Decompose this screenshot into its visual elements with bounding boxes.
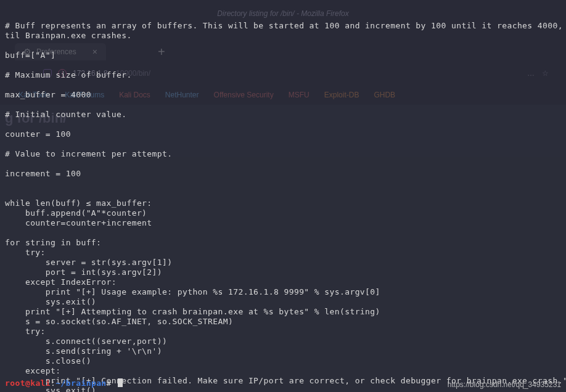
terminal-output[interactable]: # Buff represents an array of buffers. T…: [0, 0, 566, 392]
code-block: # Buff represents an array of buffers. T…: [5, 21, 561, 392]
prompt-hash: #: [107, 378, 112, 388]
cursor-icon: [118, 378, 123, 387]
shell-prompt[interactable]: root@kali:~/brainpan#: [5, 378, 123, 388]
prompt-host: kali: [30, 378, 51, 388]
prompt-at: @: [25, 378, 30, 388]
watermark: https://blog.csdn.net/qq_34935231: [448, 380, 561, 390]
prompt-user: root: [5, 378, 25, 388]
prompt-path: ~/brainpan: [55, 378, 106, 388]
